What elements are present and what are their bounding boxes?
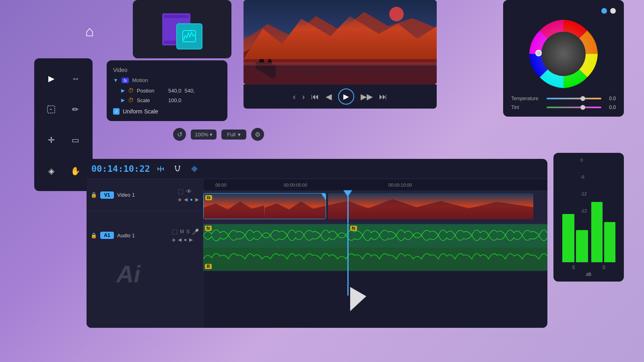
tools-panel: ▶ ↔ ✏ ✛ ▭ ◈ ✋: [34, 58, 93, 191]
a1-track-content[interactable]: L R fx fx: [203, 223, 547, 272]
prop-section-title: Video: [113, 67, 221, 73]
meter-label-s1: S: [572, 265, 575, 270]
a1-track-label: 🔒 A1 Audio 1 ⬚ M S 🎤 ◈ ◀ ● ▶: [87, 211, 203, 259]
meter-bar-l2: [576, 230, 588, 262]
color-wheel[interactable]: [527, 18, 600, 90]
tool-pen[interactable]: ✏: [67, 101, 84, 118]
zoom-value: 100%: [195, 132, 208, 138]
next-marker-button[interactable]: ›: [302, 92, 305, 101]
position-x-value[interactable]: 540,0: [168, 88, 182, 94]
mode-dots: [601, 8, 616, 14]
media-icon: [162, 9, 202, 49]
audio-clip-main[interactable]: L R fx fx: [203, 224, 547, 271]
mode-dot-inactive[interactable]: [610, 8, 616, 14]
full-resolution-button[interactable]: Full ▾: [221, 130, 246, 140]
meter-scale-12a: -12: [580, 191, 587, 196]
v1-track-content[interactable]: fx: [203, 191, 547, 223]
tool-trim[interactable]: ↔: [67, 70, 84, 87]
meter-group-right: [591, 202, 615, 262]
zoom-controls: ↺ 100% ▾ Full ▾ ⚙: [173, 128, 264, 141]
home-icon: ⌂: [85, 23, 94, 40]
tool-move[interactable]: ✛: [43, 132, 60, 148]
meter-channel-labels: S S: [558, 265, 619, 270]
reset-button[interactable]: ↺: [173, 128, 186, 141]
home-button[interactable]: ⌂: [74, 16, 105, 46]
scale-expand[interactable]: ▶: [121, 97, 125, 103]
full-label: Full: [227, 132, 235, 138]
temperature-row: Temperature 0.0: [511, 96, 616, 101]
video-clip-2[interactable]: [328, 193, 533, 219]
svg-rect-8: [244, 64, 437, 84]
tint-slider[interactable]: [547, 107, 601, 108]
tool-select[interactable]: ▶: [43, 70, 60, 87]
full-chevron-icon: ▾: [238, 132, 241, 138]
audio-r-tag: R: [205, 264, 212, 269]
meter-bar-l1: [562, 214, 574, 262]
rewind-button[interactable]: ⏮: [311, 92, 319, 101]
meter-scale-0: 0: [580, 158, 587, 162]
scale-label: Scale: [137, 97, 165, 103]
pos-clock-icon[interactable]: ⏱: [128, 87, 134, 94]
svg-point-3: [389, 7, 404, 21]
position-row: ▶ ⏱ Postion 540,0 540,: [113, 87, 221, 94]
transition-marker: [321, 193, 326, 201]
tint-value: 0.0: [605, 105, 616, 110]
media-panel: [133, 0, 231, 58]
meter-label-s2: S: [602, 265, 605, 270]
tool-hand[interactable]: ✋: [67, 162, 84, 179]
snap-button[interactable]: [154, 162, 167, 175]
pos-expand[interactable]: ▶: [121, 88, 125, 93]
mode-dot-active[interactable]: [601, 8, 607, 14]
settings-button[interactable]: ⚙: [251, 128, 264, 141]
svg-rect-9: [244, 62, 437, 66]
a1-lock-icon[interactable]: 🔒: [91, 232, 97, 239]
video-preview: [244, 0, 437, 84]
magnet-button[interactable]: [171, 162, 184, 175]
tool-marquee[interactable]: [43, 101, 60, 118]
prev-marker-button[interactable]: ‹: [293, 92, 296, 101]
a1-next-icon[interactable]: ▶: [189, 237, 193, 243]
a1-mic-icon[interactable]: 🎤: [192, 228, 199, 235]
position-y-value[interactable]: 540,: [185, 88, 195, 94]
position-label: Postion: [137, 88, 165, 94]
a1-knob-icon[interactable]: ●: [184, 237, 187, 243]
timeline-settings-button[interactable]: [188, 162, 201, 175]
v1-badge: V1: [100, 191, 114, 199]
tool-rectangle[interactable]: ▭: [67, 132, 84, 148]
zoom-chevron-icon: ▾: [210, 132, 213, 138]
a1-s-icon[interactable]: S: [186, 229, 190, 234]
tool-eraser[interactable]: ◈: [43, 162, 60, 179]
a1-prev-icon[interactable]: ◀: [178, 237, 182, 243]
scale-clock-icon[interactable]: ⏱: [128, 97, 134, 103]
timeline-header: 00:14:10:22: [87, 159, 547, 179]
uniform-scale-label: Uniform Scale: [123, 108, 158, 115]
meter-bar-r1: [591, 202, 603, 262]
motion-label: Motion: [132, 77, 148, 83]
v1-lock-icon[interactable]: 🔒: [91, 192, 97, 198]
a1-clip-icon: ⬚: [172, 228, 178, 235]
clip1-fx-badge: fx: [205, 195, 212, 200]
fast-fwd-button[interactable]: ⏭: [379, 92, 387, 101]
temp-value: 0.0: [605, 96, 616, 101]
step-back-button[interactable]: ◀: [326, 92, 332, 101]
v1-eye-icon[interactable]: 👁: [186, 188, 192, 195]
uniform-scale-checkbox[interactable]: ✓: [113, 108, 120, 115]
a1-m-icon[interactable]: M: [180, 229, 184, 234]
scale-value[interactable]: 100,0: [168, 97, 182, 103]
step-fwd-button[interactable]: ▶▶: [361, 92, 373, 101]
v1-prev-icon[interactable]: ◀: [184, 197, 188, 202]
v1-knob-icon[interactable]: ●: [190, 197, 193, 202]
v1-next-icon[interactable]: ▶: [195, 197, 199, 202]
audio-meter-panel: 0 -6 -12 -12 S S dB: [553, 153, 624, 282]
color-wheel-panel: Temperature 0.0 Tint 0.0: [503, 0, 624, 117]
playhead-head: [343, 190, 352, 197]
play-button[interactable]: ▶: [338, 88, 354, 105]
timecode-display: 00:14:10:22: [91, 164, 150, 174]
fx-expand-arrow[interactable]: ▼: [113, 77, 118, 83]
timeline-panel: 00:14:10:22 🔒 V1: [87, 159, 547, 328]
color-sliders: Temperature 0.0 Tint 0.0: [511, 96, 616, 113]
video-clip-1[interactable]: fx: [203, 193, 326, 219]
audio-clip-icon: [176, 23, 202, 49]
zoom-dropdown[interactable]: 100% ▾: [191, 130, 217, 140]
temp-slider[interactable]: [547, 98, 601, 99]
